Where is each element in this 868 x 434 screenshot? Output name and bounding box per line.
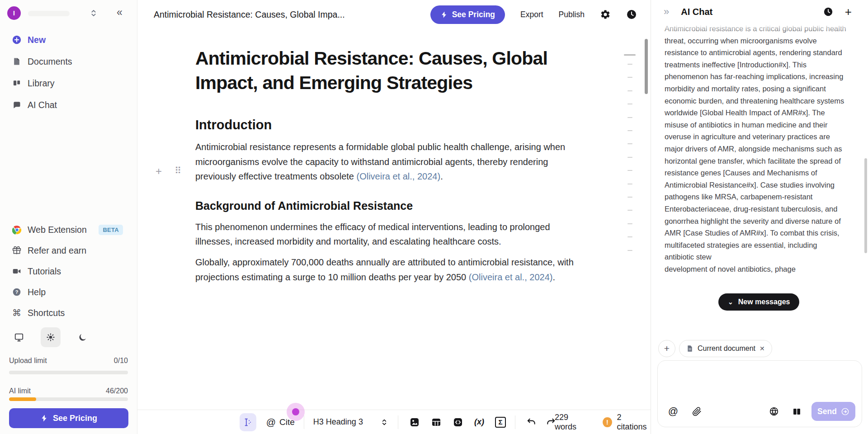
sidebar-see-pricing-label: See Pricing xyxy=(53,414,97,423)
chat-input[interactable] xyxy=(668,368,853,400)
sidebar-item-library[interactable]: Library xyxy=(0,72,137,94)
insert-table-button[interactable] xyxy=(431,417,442,428)
chat-input-box[interactable]: @ Send xyxy=(657,360,862,427)
sidebar-see-pricing-button[interactable]: See Pricing xyxy=(9,408,128,428)
heading-style-select[interactable]: H3 Heading 3 xyxy=(313,417,389,427)
attach-file-button[interactable] xyxy=(691,406,702,417)
toolbar-divider xyxy=(398,415,398,429)
avatar[interactable]: I xyxy=(7,6,21,20)
sidebar-item-tutorials[interactable]: Tutorials xyxy=(0,261,137,282)
chat-scrollbar[interactable] xyxy=(864,158,867,253)
web-search-button[interactable] xyxy=(769,406,779,417)
sidebar-nav: New Documents Library AI Chat xyxy=(0,29,137,116)
toolbar-divider xyxy=(304,415,304,429)
bolt-icon xyxy=(440,11,448,19)
citations-count[interactable]: 2 citations xyxy=(617,413,651,432)
add-block-button[interactable]: + xyxy=(156,166,162,177)
send-button[interactable]: Send xyxy=(811,402,855,421)
paragraph[interactable]: Globally, approximately 700,000 deaths a… xyxy=(195,255,575,284)
minimap-heading-dash xyxy=(624,54,636,56)
citation-warning-icon: ! xyxy=(603,417,612,427)
history-clock-icon[interactable] xyxy=(626,9,637,20)
command-icon: ⌘ xyxy=(12,308,22,318)
new-messages-button[interactable]: ⌄ New messages xyxy=(718,293,799,311)
sidebar-item-label: Shortcuts xyxy=(28,308,65,318)
document-body[interactable]: Antimicrobial Resistance: Causes, Global… xyxy=(195,46,575,284)
sidebar-item-label: Web Extension xyxy=(28,225,87,235)
workspace-switcher-icon[interactable] xyxy=(89,8,99,18)
top-bar: Antimicrobial Resistance: Causes, Global… xyxy=(137,0,651,29)
ai-limit-label: AI limit xyxy=(9,387,31,395)
sidebar-item-documents[interactable]: Documents xyxy=(0,51,137,72)
new-messages-label: New messages xyxy=(738,298,790,306)
editor-scrollbar[interactable] xyxy=(645,39,648,94)
upload-limit-bar xyxy=(9,371,128,374)
svg-text:?: ? xyxy=(15,289,19,295)
chat-composer: + Current document ✕ @ xyxy=(651,332,868,434)
chat-history-icon[interactable] xyxy=(823,7,833,17)
theme-switcher xyxy=(9,327,92,347)
theme-dark-button[interactable] xyxy=(72,327,92,347)
see-pricing-button[interactable]: See Pricing xyxy=(430,5,505,24)
sidebar-item-label: AI Chat xyxy=(28,100,57,110)
export-button[interactable]: Export xyxy=(520,10,543,19)
reader-mode-button[interactable] xyxy=(791,406,802,417)
add-context-button[interactable]: + xyxy=(658,340,675,357)
sidebar-item-label: Refer and earn xyxy=(28,245,86,256)
video-icon xyxy=(12,266,22,276)
paragraph[interactable]: Antimicrobial resistance represents a fo… xyxy=(195,140,575,184)
citation-link[interactable]: (Oliveira et al., 2024) xyxy=(469,272,553,282)
send-arrow-icon xyxy=(841,407,849,416)
settings-gear-icon[interactable] xyxy=(600,9,611,20)
sidebar-item-shortcuts[interactable]: ⌘ Shortcuts xyxy=(0,302,137,323)
see-pricing-label: See Pricing xyxy=(452,10,495,19)
editor-toolbar: @ Cite H3 Heading 3 (x) Σ xyxy=(137,410,651,434)
editor-area[interactable]: + ⠿ Antimicrobial Resistance: Causes, Gl… xyxy=(137,29,651,410)
document-heading-1[interactable]: Antimicrobial Resistance: Causes, Global… xyxy=(195,46,575,95)
theme-system-button[interactable] xyxy=(9,327,29,347)
sidebar-secondary: Web Extension BETA Refer and earn Tutori… xyxy=(0,219,137,323)
sidebar-collapse-button[interactable]: « xyxy=(117,5,123,19)
sidebar-item-help[interactable]: ? Help xyxy=(0,282,137,302)
sidebar-item-ai-chat[interactable]: AI Chat xyxy=(0,94,137,116)
context-chip[interactable]: Current document ✕ xyxy=(679,340,772,357)
document-title-breadcrumb[interactable]: Antimicrobial Resistance: Causes, Global… xyxy=(154,9,345,20)
send-label: Send xyxy=(817,407,837,416)
mention-button[interactable]: @ xyxy=(668,406,679,417)
undo-button[interactable] xyxy=(526,417,537,428)
sidebar-item-label: New xyxy=(28,35,46,45)
ai-chat-panel: Antimicrobial resistance is a critical g… xyxy=(651,0,868,434)
drag-handle-icon[interactable]: ⠿ xyxy=(175,165,181,177)
sidebar-item-label: Library xyxy=(28,78,55,89)
sidebar-item-refer[interactable]: Refer and earn xyxy=(0,240,137,261)
ai-autocomplete-button[interactable] xyxy=(240,413,256,431)
sidebar-item-web-extension[interactable]: Web Extension BETA xyxy=(0,219,137,240)
app-window: I « New Documents xyxy=(0,0,868,434)
insert-equation-button[interactable]: Σ xyxy=(495,417,506,428)
help-icon: ? xyxy=(12,287,22,297)
remove-context-icon[interactable]: ✕ xyxy=(760,345,765,352)
bolt-icon xyxy=(40,414,48,422)
insert-code-button[interactable] xyxy=(453,417,463,428)
theme-light-button[interactable] xyxy=(41,327,61,347)
paragraph-text: . xyxy=(440,171,443,181)
sun-icon xyxy=(46,332,56,342)
ai-limit-fill xyxy=(9,397,36,401)
sidebar-item-new[interactable]: New xyxy=(0,29,137,51)
citation-link[interactable]: (Oliveira et al., 2024) xyxy=(356,171,440,181)
upload-limit-value: 0/10 xyxy=(114,357,128,365)
heading-style-label: H3 Heading 3 xyxy=(313,417,363,427)
publish-button[interactable]: Publish xyxy=(559,10,585,19)
insert-image-button[interactable] xyxy=(409,417,420,428)
insert-math-button[interactable]: (x) xyxy=(474,417,484,428)
collab-cursor xyxy=(287,403,305,421)
monitor-icon xyxy=(14,332,24,342)
moon-icon xyxy=(78,333,87,342)
new-chat-button[interactable]: + xyxy=(845,7,852,17)
word-count: 229 words xyxy=(555,413,589,432)
panel-collapse-icon[interactable]: » xyxy=(664,6,669,18)
section-heading-introduction[interactable]: Introduction xyxy=(195,118,575,132)
section-heading-background[interactable]: Background of Antimicrobial Resistance xyxy=(195,199,575,212)
ai-cursor-icon xyxy=(243,417,253,427)
paragraph[interactable]: This phenomenon undermines the efficacy … xyxy=(195,220,575,249)
